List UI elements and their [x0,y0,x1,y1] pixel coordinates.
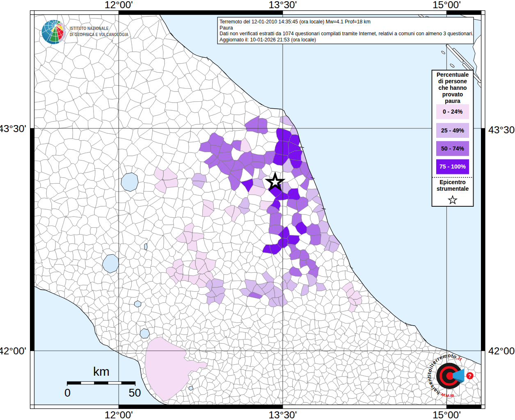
svg-text:0: 0 [64,387,71,399]
svg-text:Terremoto del 12-01-2010 14:35: Terremoto del 12-01-2010 14:35:45 (ora l… [220,19,371,25]
svg-text:Epicentro: Epicentro [439,179,466,185]
svg-text:13°30': 13°30' [268,0,297,10]
svg-text:12°00': 12°00' [105,0,133,10]
svg-text:km: km [93,365,110,378]
svg-text:43°30': 43°30' [488,124,515,135]
svg-text:di persone: di persone [438,78,467,84]
svg-text:Dati non verificati estratti d: Dati non verificati estratti da 1074 que… [220,31,474,37]
svg-text:15°00': 15°00' [433,0,461,10]
svg-text:42°00': 42°00' [488,345,515,356]
svg-text:ISTITUTO NAZIONALE: ISTITUTO NAZIONALE [70,26,109,31]
svg-text:50 - 74%: 50 - 74% [441,145,465,152]
svg-text:?: ? [468,373,472,379]
svg-text:strumentale: strumentale [437,186,469,192]
svg-text:paura: paura [445,98,460,104]
svg-text:DI GEOFISICA E VULCANOLOGIA: DI GEOFISICA E VULCANOLOGIA [70,32,128,37]
svg-text:43°30': 43°30' [0,123,26,134]
svg-text:Percentuale: Percentuale [437,72,469,78]
svg-text:75 - 100%: 75 - 100% [439,163,466,170]
svg-text:12°00': 12°00' [105,409,133,420]
svg-text:Paura: Paura [220,25,233,31]
svg-text:Aggiornato il: 10-01-2026 21:5: Aggiornato il: 10-01-2026 21:53 (ora loc… [220,37,316,43]
svg-text:che hanno: che hanno [439,85,467,91]
svg-text:15°00': 15°00' [433,409,461,420]
svg-text:42°00': 42°00' [0,345,26,356]
svg-text:25 - 49%: 25 - 49% [441,127,465,134]
svg-text:50: 50 [128,387,141,399]
svg-text:0 - 24%: 0 - 24% [443,108,463,115]
svg-text:provato: provato [442,91,463,98]
svg-text:13°30': 13°30' [268,409,297,420]
